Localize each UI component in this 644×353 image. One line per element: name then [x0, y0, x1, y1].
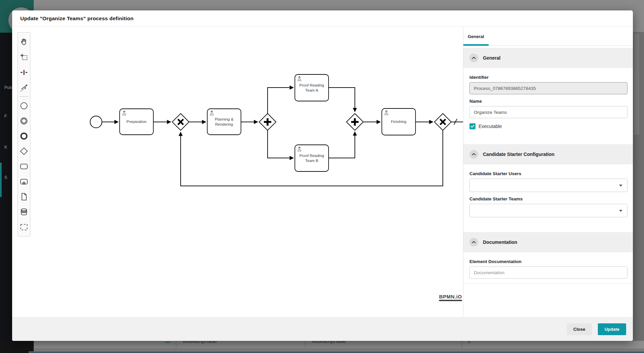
candidate-teams-label: Candidate Starter Teams: [469, 196, 627, 201]
exclusive-gateway-2[interactable]: [434, 114, 451, 130]
background-right-area: [633, 0, 644, 341]
candidate-users-select[interactable]: [469, 179, 627, 192]
sidebar-item-label: F: [4, 114, 7, 119]
section-title-candidate: Candidate Starter Configuration: [483, 152, 554, 157]
section-content-general: Identifier Name Executable: [463, 68, 633, 142]
task-proof-b-shape[interactable]: [295, 145, 329, 171]
cell-divider: [305, 341, 305, 349]
background-app-header: [34, 0, 644, 10]
close-button[interactable]: Close: [567, 323, 592, 335]
name-label: Name: [469, 99, 627, 104]
background-bottom-area: ••• TestAScriptTaskr TestAScriptTaskr 1: [0, 341, 644, 353]
sidebar-active-indicator: [0, 163, 2, 197]
element-documentation-field[interactable]: [469, 266, 627, 279]
update-button[interactable]: Update: [598, 323, 626, 335]
bpmn-canvas[interactable]: Preparation Planning & Rendering Proof R…: [12, 27, 463, 317]
section-header-documentation[interactable]: Documentation: [463, 232, 633, 252]
sidebar-item-label: S: [4, 175, 7, 180]
chevron-up-icon[interactable]: [469, 54, 478, 62]
row-cell: 1: [468, 341, 470, 344]
chevron-up-icon[interactable]: [469, 238, 478, 247]
panel-tabs: General: [463, 27, 633, 46]
parallel-gateway-1[interactable]: [259, 114, 276, 130]
row-cell: TestAScriptTaskr: [182, 341, 217, 344]
identifier-field: [469, 82, 627, 94]
dialog-header: Update "Organize Teams" process definiti…: [12, 10, 633, 27]
section-title-documentation: Documentation: [483, 239, 517, 245]
executable-checkbox-row[interactable]: Executable: [469, 123, 627, 129]
section-header-candidate[interactable]: Candidate Starter Configuration: [463, 144, 633, 164]
tab-general[interactable]: General: [468, 34, 484, 39]
background-app-sidebar: Pub F K S: [0, 33, 12, 341]
page-scrollbar: [634, 34, 639, 135]
candidate-users-label: Candidate Starter Users: [469, 171, 627, 176]
background-right-header: [633, 0, 644, 32]
section-title-general: General: [483, 55, 500, 61]
sidebar-item-label: Pub: [4, 85, 12, 90]
sidebar-item-label: K: [4, 145, 7, 150]
executable-label: Executable: [479, 124, 502, 129]
tab-active-underline: [463, 44, 489, 46]
chevron-down-icon: [619, 185, 622, 187]
table-row: ••• TestAScriptTaskr TestAScriptTaskr 1: [34, 341, 644, 349]
exclusive-gateway-1[interactable]: [172, 114, 189, 130]
row-cell: TestAScriptTaskr: [311, 341, 346, 344]
cell-divider: [176, 341, 176, 349]
bpmn-diagram: [12, 27, 463, 317]
candidate-teams-select[interactable]: [469, 204, 627, 217]
properties-panel: General General Identifier Name: [463, 27, 633, 317]
chevron-down-icon: [619, 210, 622, 212]
dialog-footer: Close Update: [12, 317, 633, 341]
section-content-candidate: Candidate Starter Users Candidate Starte…: [463, 164, 633, 230]
identifier-label: Identifier: [469, 75, 627, 80]
section-header-general[interactable]: General: [463, 48, 633, 68]
name-field[interactable]: [469, 106, 627, 118]
section-content-documentation: Element Documentation: [463, 252, 633, 284]
chevron-up-icon[interactable]: [469, 150, 478, 159]
bpmn-io-logo[interactable]: BPMN.iO: [439, 294, 462, 301]
parallel-gateway-2[interactable]: [346, 114, 363, 130]
cell-divider: [462, 341, 462, 349]
row-menu-icon: •••: [165, 341, 171, 345]
task-proof-a-shape[interactable]: [295, 74, 329, 101]
sequence-flows[interactable]: [102, 88, 463, 186]
task-finishing-shape[interactable]: [382, 108, 416, 135]
start-event-shape[interactable]: [90, 116, 102, 128]
update-process-dialog: Update "Organize Teams" process definiti…: [12, 10, 633, 341]
checkbox-checked-icon[interactable]: [469, 123, 476, 129]
element-documentation-label: Element Documentation: [469, 259, 627, 264]
dialog-title: Update "Organize Teams" process definiti…: [20, 15, 133, 22]
